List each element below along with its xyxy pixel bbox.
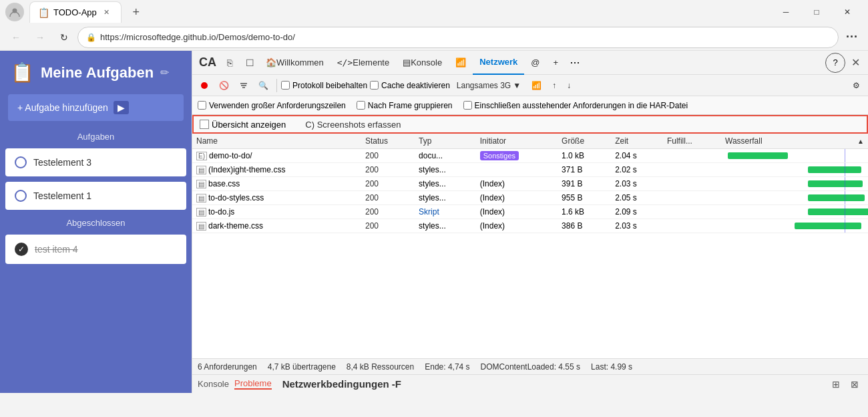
todo-app-title: Meine Aufgaben xyxy=(41,64,154,82)
devtools-more-button[interactable]: ··· xyxy=(565,53,585,73)
copy-icon[interactable]: ⎘ xyxy=(220,53,239,72)
nach-frame-checkbox[interactable]: Nach Frame gruppieren xyxy=(357,101,453,110)
edit-title-icon[interactable]: ✏ xyxy=(160,66,169,79)
cell-waterfall xyxy=(721,191,868,205)
bottom-panel-title: Netzwerkbedingungen -F xyxy=(282,378,401,390)
back-button[interactable]: ← xyxy=(5,27,27,48)
elements-icon: </> xyxy=(337,57,353,67)
bottom-tab-probleme[interactable]: Probleme xyxy=(234,378,272,390)
cache-checkbox-input[interactable] xyxy=(370,81,379,90)
refresh-button[interactable]: ↻ xyxy=(53,27,75,48)
cell-size: 1.6 kB xyxy=(558,205,611,219)
todo-header: 📋 Meine Aufgaben ✏ xyxy=(0,51,192,89)
cell-size: 391 B xyxy=(558,177,611,191)
popout-icon[interactable]: ⊞ xyxy=(828,376,844,392)
task-item-testitem4[interactable]: ✓ test item 4 xyxy=(5,235,186,264)
filter-button[interactable] xyxy=(236,81,252,90)
window-controls: ─ □ ✕ xyxy=(771,2,863,22)
devtools-close-button[interactable]: ✕ xyxy=(845,53,865,73)
table-row[interactable]: ▤to-do.js200Skript(Index)1.6 kB2.09 s xyxy=(192,205,868,219)
download-icon[interactable]: ↓ xyxy=(563,80,575,92)
url-text: https://microsoftedge.github.io/Demos/de… xyxy=(100,32,830,42)
cell-type: styles... xyxy=(415,163,476,177)
help-button[interactable]: ? xyxy=(825,53,845,73)
cell-type: docu... xyxy=(415,149,476,163)
waterfall-header: Wasserfall ▲ xyxy=(725,136,864,146)
browser-more-button[interactable]: ··· xyxy=(841,27,863,48)
bottom-tab-konsole[interactable]: Konsole xyxy=(198,379,229,389)
cache-checkbox[interactable]: Cache deaktivieren xyxy=(370,81,450,90)
cell-name: ▤dark-theme.css xyxy=(192,219,361,233)
settings-icon[interactable]: ⚙ xyxy=(849,80,864,92)
wifi-icon: 📶 xyxy=(455,57,466,67)
tab-willkommen[interactable]: 🏠 Willkommen xyxy=(259,51,331,75)
col-fulfill: Fulfill... xyxy=(663,134,721,149)
col-size: Größe xyxy=(558,134,611,149)
tab-at[interactable]: @ xyxy=(524,51,546,75)
cell-status: 200 xyxy=(361,205,415,219)
home-icon: 🏠 xyxy=(266,57,276,67)
network-toolbar: 🚫 🔍 Protokoll beibehalten Cache deaktivi… xyxy=(192,75,868,96)
grosse-anforderungen-input[interactable] xyxy=(198,101,206,110)
ausstehende-input[interactable] xyxy=(463,101,472,110)
task-completed-icon: ✓ xyxy=(15,243,28,256)
task-label: Testelement 1 xyxy=(33,190,91,201)
grosse-anforderungen-checkbox[interactable]: Verwenden großer Anforderungszeilen xyxy=(198,101,346,110)
devtools-panel: CA ⎘ ☐ 🏠 Willkommen </> Elemente ▤ Konso… xyxy=(192,51,868,393)
sort-arrow-icon: ▲ xyxy=(857,138,864,145)
forward-button[interactable]: → xyxy=(29,27,51,48)
maximize-button[interactable]: □ xyxy=(801,2,832,22)
tab-netzwerk[interactable]: Netzwerk xyxy=(473,51,524,75)
cell-time: 2.02 s xyxy=(611,163,663,177)
close-panel-icon[interactable]: ⊠ xyxy=(847,376,863,392)
address-bar: ← → ↻ 🔒 https://microsoftedge.github.io/… xyxy=(0,24,868,51)
minimize-button[interactable]: ─ xyxy=(771,2,801,22)
status-transferred: 4,7 kB übertragene xyxy=(268,362,336,372)
cell-size: 371 B xyxy=(558,163,611,177)
protokoll-checkbox[interactable]: Protokoll beibehalten xyxy=(281,81,367,90)
clear-button[interactable]: 🚫 xyxy=(215,80,233,92)
device-icon[interactable]: ☐ xyxy=(240,53,259,72)
profile-avatar[interactable] xyxy=(5,3,24,21)
protokoll-checkbox-input[interactable] xyxy=(281,81,290,90)
new-tab-button[interactable]: + xyxy=(126,1,147,23)
tab-close-button[interactable]: ✕ xyxy=(101,7,113,19)
table-row[interactable]: ▤base.css200styles...(Index)391 B2.03 s xyxy=(192,177,868,191)
nach-frame-input[interactable] xyxy=(357,101,365,110)
search-button[interactable]: 🔍 xyxy=(254,80,272,92)
tab-netzwerk-icon[interactable]: 📶 xyxy=(449,51,473,75)
throttling-icon-1[interactable]: 📶 xyxy=(527,80,546,92)
task-item-testelement3[interactable]: Testelement 3 xyxy=(5,148,186,176)
task-item-testelement1[interactable]: Testelement 1 xyxy=(5,182,186,210)
table-row[interactable]: ▤(Index)ight-theme.css200styles...371 B2… xyxy=(192,163,868,177)
cell-fulfill xyxy=(663,205,721,219)
upload-icon[interactable]: ↑ xyxy=(548,80,560,92)
separator-1 xyxy=(276,79,277,92)
tab-elemente[interactable]: </> Elemente xyxy=(331,51,396,75)
svg-point-1 xyxy=(201,82,208,89)
cell-initiator: (Index) xyxy=(476,219,558,233)
close-button[interactable]: ✕ xyxy=(832,2,863,22)
col-waterfall: Wasserfall ▲ xyxy=(721,134,868,149)
url-bar[interactable]: 🔒 https://microsoftedge.github.io/Demos/… xyxy=(77,27,839,48)
screenshots-button[interactable]: C) Screenshots erfassen xyxy=(305,120,401,130)
table-row[interactable]: E)demo-to-do/200docu...Sonstiges1.0 kB2.… xyxy=(192,149,868,163)
devtools-ca-label: CA xyxy=(195,55,220,70)
add-task-label: + Aufgabe hinzufügen xyxy=(17,102,108,113)
cell-time: 2.05 s xyxy=(611,191,663,205)
ausstehende-checkbox[interactable]: Einschließen ausstehender Anforderungen … xyxy=(463,101,688,110)
add-task-button[interactable]: + Aufgabe hinzufügen ▶ xyxy=(8,94,184,121)
cell-name: ▤to-do.js xyxy=(192,205,361,219)
active-tab[interactable]: 📋 TODO-App ✕ xyxy=(29,1,122,23)
tab-title: TODO-App xyxy=(53,7,97,17)
tab-konsole[interactable]: ▤ Konsole xyxy=(396,51,449,75)
overview-checkbox[interactable]: Übersicht anzeigen xyxy=(199,119,286,130)
overview-label: Übersicht anzeigen xyxy=(212,120,286,130)
table-row[interactable]: ▤dark-theme.css200styles...(Index)386 B2… xyxy=(192,219,868,233)
table-row[interactable]: ▤to-do-styles.css200styles...(Index)955 … xyxy=(192,191,868,205)
tab-plus[interactable]: + xyxy=(546,51,565,75)
langsames-dropdown[interactable]: Langsames 3G ▼ xyxy=(453,80,525,92)
cell-initiator: (Index) xyxy=(476,191,558,205)
record-button[interactable] xyxy=(196,80,212,91)
cell-size: 1.0 kB xyxy=(558,149,611,163)
